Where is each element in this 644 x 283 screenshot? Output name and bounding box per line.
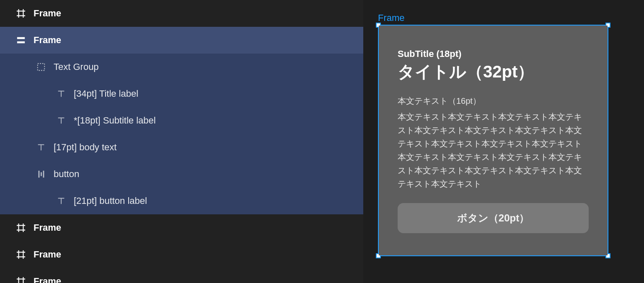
card-title[interactable]: タイトル（32pt） [398, 62, 589, 81]
design-canvas[interactable]: Frame SubTitle (18pt) タイトル（32pt） 本文テキスト（… [363, 0, 644, 283]
card-body-text[interactable]: 本文テキスト本文テキスト本文テキスト本文テキスト本文テキスト本文テキスト本文テキ… [398, 110, 589, 190]
selection-bounds[interactable]: SubTitle (18pt) タイトル（32pt） 本文テキスト（16pt） … [378, 25, 608, 256]
card-button[interactable]: ボタン（20pt） [398, 203, 589, 233]
selected-frame-name-label[interactable]: Frame [378, 13, 405, 23]
card-body-heading[interactable]: 本文テキスト（16pt） [398, 95, 589, 107]
card-frame[interactable]: SubTitle (18pt) タイトル（32pt） 本文テキスト（16pt） … [379, 26, 608, 255]
card-subtitle[interactable]: SubTitle (18pt) [398, 49, 589, 59]
card-button-label: ボタン（20pt） [457, 211, 529, 225]
